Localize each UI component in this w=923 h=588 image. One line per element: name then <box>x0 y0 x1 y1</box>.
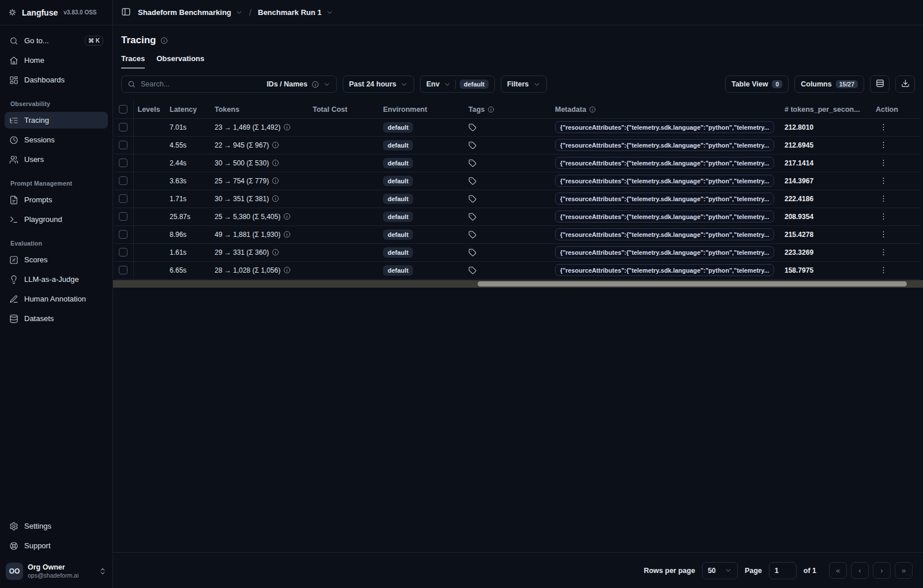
table-row[interactable]: 8.96s49 → 1,881 (Σ 1,930)default{"resour… <box>115 225 920 243</box>
tag-icon[interactable] <box>468 266 476 274</box>
info-icon[interactable] <box>283 213 291 220</box>
column-header-metadata[interactable]: Metadata <box>551 101 781 118</box>
tag-icon[interactable] <box>468 123 476 131</box>
env-filter[interactable]: Env default <box>420 76 495 93</box>
metadata-chip[interactable]: {"resourceAttributes":{"telemetry.sdk.la… <box>555 228 774 240</box>
first-page-button[interactable]: « <box>829 562 847 579</box>
column-header-environment[interactable]: Environment <box>379 101 464 118</box>
sidebar-item-human-annotation[interactable]: Human Annotation <box>5 291 108 307</box>
metadata-chip[interactable]: {"resourceAttributes":{"telemetry.sdk.la… <box>555 121 774 133</box>
breadcrumb-org[interactable]: Shadeform Benchmarking <box>138 8 231 17</box>
row-height-button[interactable] <box>870 76 890 93</box>
row-checkbox[interactable] <box>119 230 127 239</box>
breadcrumb-project[interactable]: Benchmark Run 1 <box>258 8 322 17</box>
user-menu[interactable]: OO Org Owner ops@shadeform.ai <box>0 557 112 588</box>
last-page-button[interactable]: » <box>895 562 913 579</box>
search-box[interactable]: IDs / Names <box>121 76 337 93</box>
sidebar-item-go-to[interactable]: Go to...⌘ K <box>5 32 108 49</box>
table-row[interactable]: 4.55s22 → 945 (Σ 967)default{"resourceAt… <box>115 136 920 154</box>
info-icon[interactable] <box>272 177 279 184</box>
metadata-chip[interactable]: {"resourceAttributes":{"telemetry.sdk.la… <box>555 175 774 187</box>
metadata-chip[interactable]: {"resourceAttributes":{"telemetry.sdk.la… <box>555 246 774 258</box>
sidebar-toggle-button[interactable] <box>121 7 131 18</box>
kebab-menu-icon[interactable] <box>876 211 891 222</box>
metadata-chip[interactable]: {"resourceAttributes":{"telemetry.sdk.la… <box>555 157 774 169</box>
table-row[interactable]: 25.87s25 → 5,380 (Σ 5,405)default{"resou… <box>115 208 920 225</box>
tag-icon[interactable] <box>468 231 476 239</box>
row-checkbox[interactable] <box>119 123 127 131</box>
column-header-action[interactable]: Action <box>872 101 920 118</box>
sidebar-item-datasets[interactable]: Datasets <box>5 310 108 327</box>
table-row[interactable]: 6.65s28 → 1,028 (Σ 1,056)default{"resour… <box>115 261 920 279</box>
kebab-menu-icon[interactable] <box>876 247 891 258</box>
row-checkbox[interactable] <box>119 212 127 221</box>
info-icon[interactable] <box>283 266 291 274</box>
row-checkbox[interactable] <box>119 194 127 203</box>
column-header-tags[interactable]: Tags <box>464 101 551 118</box>
sidebar-item-users[interactable]: Users <box>5 151 108 168</box>
metadata-chip[interactable]: {"resourceAttributes":{"telemetry.sdk.la… <box>555 210 774 223</box>
tag-icon[interactable] <box>468 177 476 185</box>
sidebar-item-sessions[interactable]: Sessions <box>5 131 108 148</box>
info-icon[interactable] <box>272 141 279 149</box>
sidebar-item-settings[interactable]: Settings <box>5 518 108 534</box>
horizontal-scrollbar[interactable] <box>113 280 923 288</box>
column-header-tokens-per-secon[interactable]: # tokens_per_secon... <box>781 101 872 118</box>
next-page-button[interactable]: › <box>873 562 891 579</box>
info-icon[interactable] <box>272 159 279 167</box>
sidebar-item-support[interactable]: Support <box>5 537 108 554</box>
tag-icon[interactable] <box>468 141 476 149</box>
metadata-chip[interactable]: {"resourceAttributes":{"telemetry.sdk.la… <box>555 264 774 276</box>
metadata-chip[interactable]: {"resourceAttributes":{"telemetry.sdk.la… <box>555 193 774 205</box>
tag-icon[interactable] <box>468 195 476 203</box>
kebab-menu-icon[interactable] <box>876 175 891 186</box>
kebab-menu-icon[interactable] <box>876 140 891 150</box>
kebab-menu-icon[interactable] <box>876 193 891 204</box>
table-view-button[interactable]: Table View 0 <box>725 76 789 93</box>
info-icon[interactable] <box>283 123 291 131</box>
tag-icon[interactable] <box>468 213 476 221</box>
sidebar-item-home[interactable]: Home <box>5 52 108 69</box>
info-icon[interactable] <box>272 248 279 256</box>
export-button[interactable] <box>895 76 915 93</box>
time-range-filter[interactable]: Past 24 hours <box>343 76 414 93</box>
columns-button[interactable]: Columns 15/27 <box>794 76 864 93</box>
tag-icon[interactable] <box>468 248 476 257</box>
sidebar-item-playground[interactable]: Playground <box>5 211 108 228</box>
row-checkbox[interactable] <box>119 159 127 167</box>
kebab-menu-icon[interactable] <box>876 122 891 133</box>
select-all-checkbox[interactable] <box>119 105 127 114</box>
sidebar-item-dashboards[interactable]: Dashboards <box>5 71 108 88</box>
tag-icon[interactable] <box>468 159 476 167</box>
table-row[interactable]: 1.61s29 → 331 (Σ 360)default{"resourceAt… <box>115 243 920 261</box>
table-row[interactable]: 3.63s25 → 754 (Σ 779)default{"resourceAt… <box>115 172 920 190</box>
info-icon[interactable] <box>272 195 279 202</box>
kebab-menu-icon[interactable] <box>876 265 891 276</box>
column-header-tokens[interactable]: Tokens <box>211 101 309 118</box>
sidebar-item-tracing[interactable]: Tracing <box>5 112 108 129</box>
column-header-total-cost[interactable]: Total Cost <box>309 101 379 118</box>
row-checkbox[interactable] <box>119 248 127 257</box>
table-row[interactable]: 7.01s23 → 1,469 (Σ 1,492)default{"resour… <box>115 118 920 136</box>
tab-observations[interactable]: Observations <box>156 54 204 69</box>
sidebar-item-scores[interactable]: Scores <box>5 251 108 268</box>
search-mode-label[interactable]: IDs / Names <box>267 80 307 88</box>
table-row[interactable]: 2.44s30 → 500 (Σ 530)default{"resourceAt… <box>115 154 920 172</box>
info-icon[interactable] <box>283 231 291 238</box>
sidebar-item-prompts[interactable]: Prompts <box>5 191 108 208</box>
search-input[interactable] <box>140 80 262 89</box>
metadata-chip[interactable]: {"resourceAttributes":{"telemetry.sdk.la… <box>555 139 774 151</box>
column-header-latency[interactable]: Latency <box>166 101 211 118</box>
row-checkbox[interactable] <box>119 176 127 185</box>
tab-traces[interactable]: Traces <box>121 54 145 69</box>
rows-per-page-select[interactable]: 50 <box>702 562 738 579</box>
info-icon[interactable] <box>160 37 168 44</box>
kebab-menu-icon[interactable] <box>876 229 891 240</box>
chevron-down-icon[interactable] <box>235 9 243 16</box>
filters-button[interactable]: Filters <box>501 76 547 93</box>
page-input[interactable] <box>769 562 797 579</box>
row-checkbox[interactable] <box>119 266 127 274</box>
column-header-levels[interactable]: Levels <box>133 101 166 118</box>
sidebar-item-llm-as-a-judge[interactable]: LLM-as-a-Judge <box>5 271 108 288</box>
row-checkbox[interactable] <box>119 141 127 149</box>
